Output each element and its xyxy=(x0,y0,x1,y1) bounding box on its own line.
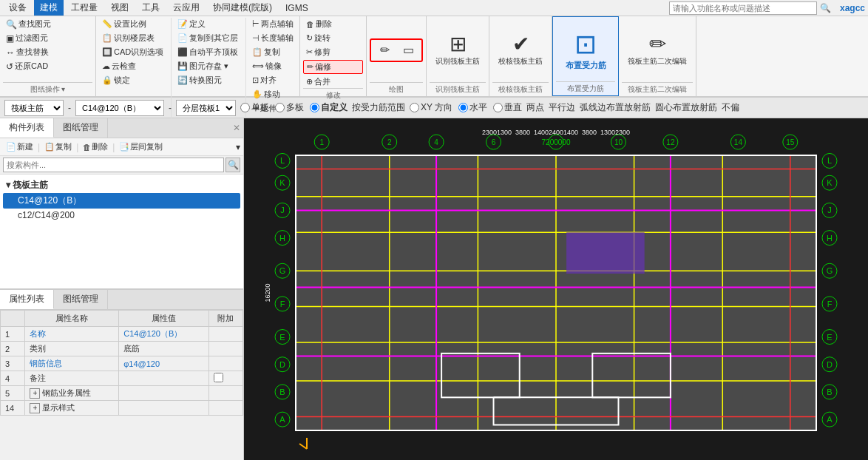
col-name: 属性名称 xyxy=(25,311,119,327)
properties-panel: 属性列表 图纸管理 属性名称 属性值 附加 1 xyxy=(0,288,243,460)
tree-item-c14[interactable]: C14@120（B） xyxy=(3,193,240,209)
menu-view[interactable]: 视图 xyxy=(105,0,135,16)
draw-highlight-box: ✏ ▭ xyxy=(370,38,423,62)
layer-copy-btn[interactable]: 📑 层间复制 xyxy=(116,141,166,153)
place-label: 布置受力筋 xyxy=(556,81,615,94)
element-save-btn[interactable]: 💾图元存盘 ▾ xyxy=(174,60,241,72)
toolbar-section-drawing-ops: 🔍查找图元 ▣过滤图元 ↔查找替换 ↺还原CAD 图纸操作 ▾ xyxy=(0,16,96,96)
horizontal-option[interactable]: 水平 xyxy=(458,101,487,114)
main-area: 构件列表 图纸管理 ✕ 📄 新建 | 📋 复制 | 🗑 删除 | xyxy=(0,118,868,460)
menu-model[interactable]: 建模 xyxy=(34,0,64,16)
find-replace-btn[interactable]: ↔查找替换 xyxy=(3,46,52,58)
xy-direction-option[interactable]: XY 方向 xyxy=(410,101,452,114)
single-board-option[interactable]: 单板 xyxy=(240,101,269,114)
panel-close-btn[interactable]: ✕ xyxy=(233,123,240,133)
copy-component-btn[interactable]: 📋 复制 xyxy=(41,141,75,153)
define-btn[interactable]: 📝定义 xyxy=(174,18,241,30)
extra-btn[interactable]: ▾ xyxy=(236,142,240,152)
menu-settings[interactable]: 设备 xyxy=(3,0,33,16)
prop-row-display: 14 + 显示样式 xyxy=(1,401,243,416)
cloud-check-btn[interactable]: ☁云检查 xyxy=(99,60,166,72)
tab-props-list[interactable]: 属性列表 xyxy=(0,290,54,309)
component-search-input[interactable] xyxy=(3,158,224,172)
secondary-edit-label: 筏板主筋二次编辑 xyxy=(622,82,693,95)
new-icon: 📄 xyxy=(6,142,16,152)
twopoint-label: 两点 xyxy=(526,101,544,114)
spec-select[interactable]: C14@120（B） xyxy=(75,100,164,116)
prop-id-14: 14 xyxy=(1,401,25,416)
component-type-select[interactable]: 筏板主筋 xyxy=(4,100,64,116)
custom-option[interactable]: 自定义 xyxy=(310,101,347,114)
range-label: 按受力筋范围 xyxy=(352,101,405,114)
prop-value-4[interactable] xyxy=(119,371,209,386)
tree-item-c12c14[interactable]: c12/C14@200 xyxy=(3,209,240,222)
prop-id-5: 5 xyxy=(1,386,25,401)
new-component-btn[interactable]: 📄 新建 xyxy=(3,141,36,153)
multi-board-option[interactable]: 多板 xyxy=(275,101,304,114)
delete-component-btn[interactable]: 🗑 删除 xyxy=(80,141,111,153)
recognize-floors-btn[interactable]: 📋识别楼层表 xyxy=(99,32,166,44)
search-input[interactable] xyxy=(669,1,817,15)
prop-row-type: 2 类别 底筋 xyxy=(1,342,243,356)
cad-recognize-btn[interactable]: 🔲CAD识别选项 xyxy=(99,46,166,58)
prop-row-rebar: 3 钢筋信息 φ14@120 xyxy=(1,356,243,371)
merge-btn[interactable]: ⊕合并 xyxy=(303,75,363,88)
prop-extra-4[interactable] xyxy=(208,371,243,386)
menu-bar: 设备 建模 工程量 视图 工具 云应用 协同建模(院版) IGMS 🔍 xagc… xyxy=(0,0,868,16)
mirror-btn[interactable]: ⟺镜像 xyxy=(249,60,296,72)
prop-id-2: 2 xyxy=(1,342,25,356)
drawing-ops-label: 图纸操作 ▾ xyxy=(3,82,92,95)
pencil-btn[interactable]: ✏ xyxy=(374,43,395,58)
toolbar-section-place: ⊡ 布置受力筋 布置受力筋 xyxy=(552,16,619,96)
tab-drawing-manage2[interactable]: 图纸管理 xyxy=(54,290,108,309)
check-slab-rebar-btn[interactable]: ✔ 校核筏板主筋 xyxy=(492,31,549,70)
convert-element-btn[interactable]: 🔄转换图元 xyxy=(174,74,241,87)
menu-quantity[interactable]: 工程量 xyxy=(65,0,104,16)
expand-business-btn[interactable]: + xyxy=(30,388,40,399)
layer-select[interactable]: 分层筏板1 xyxy=(176,100,236,116)
props-scroll-area: 属性名称 属性值 附加 1 名称 C14@120（B） xyxy=(0,310,243,460)
rect-btn[interactable]: ▭ xyxy=(398,43,418,58)
secondary-toolbar: 筏板主筋 - C14@120（B） - 分层筏板1 单板 多板 自定义 按受力筋… xyxy=(0,98,868,118)
offset-modify-btn[interactable]: ✏偏修 xyxy=(303,60,363,74)
prop-value-1[interactable]: C14@120（B） xyxy=(119,327,209,342)
menu-igms[interactable]: IGMS xyxy=(279,1,314,15)
copy-to-layer-btn[interactable]: 📄复制到其它层 xyxy=(174,32,241,44)
component-list-panel: 构件列表 图纸管理 ✕ 📄 新建 | 📋 复制 | 🗑 删除 | xyxy=(0,118,243,288)
prop-extra-3 xyxy=(208,356,243,371)
secondary-edit-btn[interactable]: ✏ 筏板主筋二次编辑 xyxy=(622,31,693,70)
move-btn[interactable]: ✋移动 xyxy=(249,88,296,101)
place-rebar-btn[interactable]: ⊡ 布置受力筋 xyxy=(560,26,612,74)
restore-cad-btn[interactable]: ↺还原CAD xyxy=(3,60,51,72)
prop-extra-1 xyxy=(208,327,243,342)
lock-btn[interactable]: 🔒锁定 xyxy=(99,74,166,87)
copy-btn[interactable]: 📋复制 xyxy=(249,46,296,58)
tab-drawing-manage[interactable]: 图纸管理 xyxy=(54,118,108,138)
note-checkbox[interactable] xyxy=(214,373,223,382)
rotate-btn[interactable]: ↻旋转 xyxy=(303,32,363,44)
set-scale-btn[interactable]: 📏设置比例 xyxy=(99,18,166,30)
align-btn[interactable]: ⊡对齐 xyxy=(249,74,296,87)
component-search-btn[interactable]: 🔍 xyxy=(226,158,240,172)
tab-component-list[interactable]: 构件列表 xyxy=(0,118,54,138)
vertical-option[interactable]: 垂直 xyxy=(493,101,522,114)
expand-display-btn[interactable]: + xyxy=(30,403,40,413)
trim2-btn[interactable]: ✂修剪 xyxy=(303,46,363,58)
filter-elements-btn[interactable]: ▣过滤图元 xyxy=(3,32,51,44)
col-extra: 附加 xyxy=(208,311,243,327)
prop-value-3[interactable]: φ14@120 xyxy=(119,356,209,371)
two-point-axis-btn[interactable]: ⊢两点辅轴 xyxy=(249,18,296,30)
auto-align-btn[interactable]: ⬛自动平齐顶板 xyxy=(174,46,241,58)
length-axis-btn[interactable]: ⊣长度辅轴 xyxy=(249,32,296,44)
menu-cloud[interactable]: 云应用 xyxy=(167,0,206,16)
find-elements-btn[interactable]: 🔍查找图元 xyxy=(3,18,54,30)
identify-slab-rebar-btn[interactable]: ⊞ 识别筏板主筋 xyxy=(430,31,486,70)
cad-drawing-canvas[interactable] xyxy=(244,118,868,460)
cad-canvas[interactable] xyxy=(244,118,868,460)
prop-extra-5 xyxy=(208,386,243,401)
tree-parent-slab-rebar[interactable]: ▾ 筏板主筋 xyxy=(3,177,240,193)
menu-collab[interactable]: 协同建模(院版) xyxy=(207,0,278,16)
menu-tools[interactable]: 工具 xyxy=(136,0,166,16)
delete-btn[interactable]: 🗑删除 xyxy=(303,18,363,30)
parallel-label: 平行边 xyxy=(549,101,575,114)
